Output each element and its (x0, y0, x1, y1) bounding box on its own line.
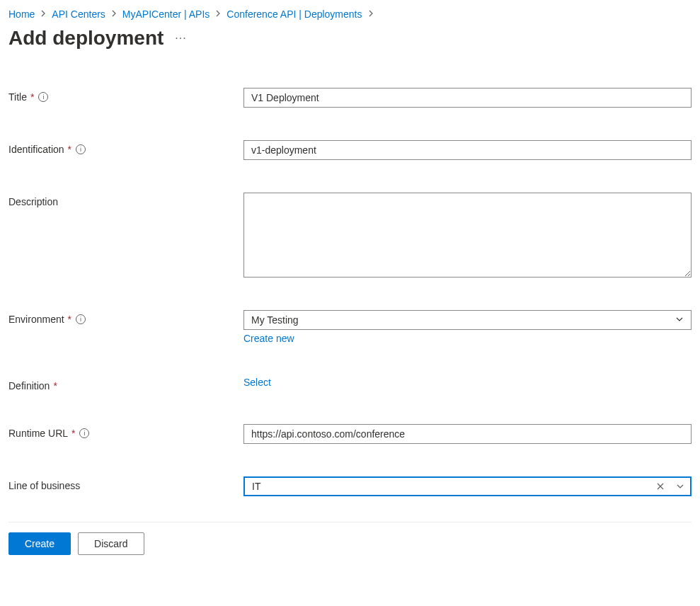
field-line-of-business: Line of business IT (8, 476, 692, 496)
combobox-value: IT (252, 481, 650, 492)
label-text: Runtime URL (8, 428, 68, 439)
page-title: Add deployment (8, 27, 163, 50)
field-definition-label: Definition * (8, 377, 243, 391)
info-icon[interactable]: i (38, 92, 48, 102)
breadcrumb-my-api-center-apis[interactable]: MyAPICenter | APIs (122, 8, 210, 20)
info-icon[interactable]: i (76, 314, 86, 324)
chevron-right-icon (214, 9, 222, 20)
clear-icon[interactable] (650, 482, 670, 491)
breadcrumb: Home API Centers MyAPICenter | APIs Conf… (8, 8, 692, 20)
dropdown-value: My Testing (251, 314, 299, 326)
field-description-label: Description (8, 193, 243, 207)
field-description: Description (8, 193, 692, 278)
label-text: Line of business (8, 480, 80, 491)
chevron-down-icon[interactable] (670, 482, 690, 491)
runtime-url-input[interactable] (243, 424, 692, 444)
description-textarea[interactable] (243, 193, 692, 278)
info-icon[interactable]: i (79, 428, 89, 438)
label-text: Description (8, 196, 58, 207)
label-text: Title (8, 91, 27, 103)
field-title: Title * i (8, 88, 692, 108)
definition-select-link[interactable]: Select (243, 377, 692, 388)
chevron-right-icon (110, 9, 118, 20)
field-environment: Environment * i My Testing Create new (8, 310, 692, 344)
required-indicator: * (68, 144, 71, 155)
identification-input[interactable] (243, 140, 692, 160)
chevron-right-icon (39, 9, 47, 20)
field-title-label: Title * i (8, 88, 243, 103)
field-runtime-url: Runtime URL * i (8, 424, 692, 444)
required-indicator: * (53, 380, 57, 391)
environment-dropdown[interactable]: My Testing (243, 310, 692, 330)
field-environment-label: Environment * i (8, 310, 243, 325)
required-indicator: * (68, 314, 71, 325)
discard-button[interactable]: Discard (78, 532, 144, 555)
form-footer: Create Discard (8, 522, 692, 565)
breadcrumb-conference-api-deployments[interactable]: Conference API | Deployments (226, 8, 362, 20)
more-icon[interactable]: ··· (175, 32, 186, 45)
field-runtime-url-label: Runtime URL * i (8, 424, 243, 439)
label-text: Definition (8, 380, 50, 391)
field-definition: Definition * Select (8, 377, 692, 391)
page-title-row: Add deployment ··· (8, 27, 692, 50)
title-input[interactable] (243, 88, 692, 108)
line-of-business-combobox[interactable]: IT (243, 476, 692, 496)
required-indicator: * (30, 91, 34, 103)
label-text: Environment (8, 314, 64, 325)
label-text: Identification (8, 144, 64, 155)
field-identification-label: Identification * i (8, 140, 243, 155)
field-identification: Identification * i (8, 140, 692, 160)
required-indicator: * (71, 428, 75, 439)
breadcrumb-api-centers[interactable]: API Centers (52, 8, 105, 20)
chevron-down-icon (675, 314, 684, 326)
breadcrumb-home[interactable]: Home (8, 8, 35, 20)
create-new-environment-link[interactable]: Create new (243, 333, 692, 344)
info-icon[interactable]: i (76, 144, 86, 154)
field-line-of-business-label: Line of business (8, 476, 243, 491)
chevron-right-icon (367, 9, 375, 20)
create-button[interactable]: Create (8, 532, 71, 555)
deployment-form: Title * i Identification * i Description… (8, 88, 692, 496)
